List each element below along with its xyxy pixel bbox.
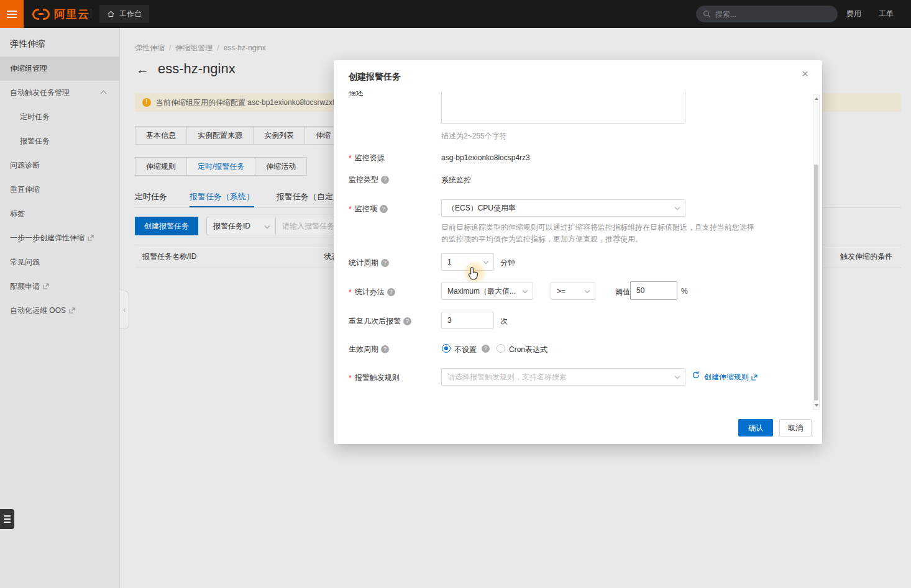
- create-scaling-rule-link[interactable]: 创建伸缩规则: [704, 372, 758, 382]
- modal-scrollbar[interactable]: [813, 94, 820, 410]
- chevron-down-icon: [483, 259, 488, 264]
- help-icon[interactable]: ?: [387, 288, 395, 296]
- repeat-label: 重复几次后报警 ?: [349, 316, 411, 327]
- scroll-down-arrow-icon[interactable]: [813, 402, 819, 409]
- threshold-input[interactable]: [630, 281, 677, 300]
- external-link-icon: [751, 374, 758, 381]
- statistic-method-label: * 统计办法 ?: [349, 287, 395, 297]
- help-icon[interactable]: ?: [381, 176, 389, 184]
- description-helper: 描述为2~255个字符: [441, 131, 507, 142]
- monitor-resource-label: * 监控资源: [349, 153, 385, 163]
- required-mark: *: [349, 288, 352, 297]
- scrollbar-thumb[interactable]: [814, 165, 818, 400]
- required-mark: *: [349, 374, 352, 382]
- effective-period-radio-none[interactable]: [442, 344, 451, 353]
- threshold-label: 阈值: [615, 287, 630, 297]
- monitor-type-label: 监控类型 ?: [349, 174, 389, 185]
- period-label: 统计周期 ?: [349, 258, 389, 268]
- monitor-type-value: 系统监控: [441, 175, 471, 186]
- help-icon[interactable]: ?: [482, 345, 490, 353]
- repeat-input[interactable]: [441, 312, 494, 329]
- screen: 阿里云 工作台 费用 工单 IC 弹性伸缩 伸缩组管理 自动触发任务管理 定时任…: [0, 0, 911, 588]
- effective-period-label: 生效周期 ?: [349, 344, 389, 355]
- help-icon[interactable]: ?: [381, 345, 389, 353]
- chevron-down-icon: [675, 374, 680, 379]
- confirm-button[interactable]: 确认: [738, 419, 773, 436]
- help-icon[interactable]: ?: [381, 259, 389, 267]
- help-icon[interactable]: ?: [380, 205, 388, 213]
- required-mark: *: [349, 154, 352, 163]
- modal-body: 描述 描述为2~255个字符 * 监控资源 asg-bp1exionko8loc…: [334, 91, 811, 398]
- cancel-button[interactable]: 取消: [779, 419, 812, 436]
- chevron-down-icon: [523, 288, 528, 293]
- metric-note: 目前目标追踪类型的伸缩规则可以通过扩缩容将监控指标维持在目标值附近，且支持当前您…: [441, 222, 758, 245]
- refresh-icon[interactable]: [692, 371, 700, 382]
- metric-select[interactable]: （ECS）CPU使用率: [441, 199, 685, 217]
- modal-footer: 确认 取消: [334, 409, 822, 444]
- period-select[interactable]: 1: [441, 253, 494, 271]
- repeat-unit: 次: [500, 316, 508, 327]
- create-alarm-task-modal: 创建报警任务 × 描述 描述为2~255个字符 * 监控资源 asg-bp1ex…: [334, 60, 822, 444]
- period-unit: 分钟: [500, 258, 515, 268]
- monitor-resource-value: asg-bp1exionko8locsp4rz3: [441, 153, 530, 162]
- scroll-up-arrow-icon[interactable]: [813, 96, 819, 102]
- description-textarea[interactable]: [441, 91, 685, 124]
- threshold-unit: %: [681, 287, 688, 296]
- chevron-down-icon: [585, 288, 590, 293]
- metric-label: * 监控项 ?: [349, 204, 388, 214]
- chevron-down-icon: [675, 205, 680, 210]
- trigger-rule-label: * 报警触发规则: [349, 373, 400, 383]
- description-label: 描述: [349, 91, 364, 98]
- modal-title: 创建报警任务: [349, 71, 401, 83]
- statistic-method-select[interactable]: Maximum（最大值...: [441, 283, 533, 300]
- comparison-operator-select[interactable]: >=: [551, 283, 595, 300]
- required-mark: *: [349, 205, 352, 214]
- close-icon[interactable]: ×: [802, 68, 808, 79]
- trigger-rule-select[interactable]: 请选择报警触发规则，支持名称搜索: [441, 368, 685, 386]
- effective-period-option-none-label[interactable]: 不设置: [454, 345, 477, 355]
- effective-period-option-cron-label[interactable]: Cron表达式: [509, 345, 547, 355]
- effective-period-radio-cron[interactable]: [497, 344, 505, 353]
- floating-menu-widget[interactable]: [0, 509, 14, 529]
- help-icon[interactable]: ?: [403, 317, 411, 325]
